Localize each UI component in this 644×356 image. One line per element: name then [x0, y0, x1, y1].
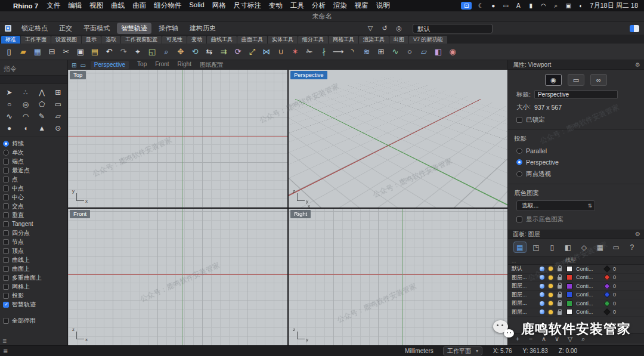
moon-icon[interactable]: ☾: [477, 2, 484, 10]
visibility-icon[interactable]: ◎: [17, 98, 33, 110]
command-input[interactable]: [0, 75, 67, 84]
material-icon[interactable]: [540, 275, 544, 280]
layer-color-swatch[interactable]: [566, 301, 572, 307]
locked-checkbox[interactable]: [516, 117, 522, 123]
osnap-item[interactable]: 多重曲面上: [0, 273, 67, 282]
mode-toggle[interactable]: 智慧轨迹: [117, 23, 151, 34]
cplane-select[interactable]: 工作平面 ▾: [443, 346, 482, 355]
projection-radio[interactable]: [516, 171, 522, 177]
osnap-item[interactable]: 网格上: [0, 282, 67, 291]
copy-object-icon[interactable]: ⇉: [217, 45, 230, 58]
panel-toggle-icon[interactable]: [630, 25, 639, 32]
layer-row[interactable]: 图层... Conti... 0: [508, 282, 644, 291]
scale-icon[interactable]: ⤢: [246, 45, 259, 58]
delete-layer-icon[interactable]: −: [527, 335, 534, 342]
menu-item[interactable]: 曲面: [132, 1, 146, 10]
osnap-checkbox[interactable]: [3, 318, 9, 324]
layer-color-swatch[interactable]: [566, 274, 572, 280]
viewport-pane[interactable]: Right z y: [289, 209, 508, 346]
layers-icon[interactable]: ▤: [514, 242, 526, 252]
osnap-checkbox[interactable]: [3, 212, 9, 218]
layer-linetype[interactable]: Conti...: [575, 292, 600, 298]
osnap-checkbox[interactable]: [3, 257, 9, 263]
display-icon[interactable]: ▭: [610, 242, 622, 252]
osnap-item[interactable]: Tangent: [0, 219, 67, 228]
osnap-checkbox[interactable]: [3, 221, 9, 227]
print-width[interactable]: 0: [613, 266, 616, 272]
material-icon[interactable]: [540, 292, 544, 297]
layer-linetype[interactable]: Conti...: [575, 274, 600, 280]
toolbar-tab[interactable]: 渲染工具: [359, 36, 389, 44]
viewport-tab[interactable]: Perspective: [91, 61, 129, 69]
ground-plane-icon[interactable]: ▦: [594, 242, 606, 252]
osnap-checkbox[interactable]: [3, 302, 9, 308]
pencil-icon[interactable]: ✎: [34, 110, 50, 122]
layer-name[interactable]: 图层...: [508, 291, 538, 299]
menu-item[interactable]: 曲线: [111, 1, 125, 10]
show-wallpaper-checkbox[interactable]: [516, 216, 522, 222]
move-up-icon[interactable]: ∧: [540, 335, 547, 343]
osnap-item[interactable]: 投影: [0, 291, 67, 300]
print-color-icon[interactable]: [603, 283, 610, 289]
viewport-title-badge[interactable]: Right: [290, 210, 311, 218]
menu-item[interactable]: 文件: [47, 1, 60, 10]
osnap-item[interactable]: 全部停用: [0, 316, 67, 325]
viewport-title-badge[interactable]: Top: [70, 71, 86, 79]
toolbar-tab[interactable]: 细分工具: [298, 36, 328, 44]
viewport-title-input[interactable]: Perspective: [534, 90, 618, 99]
materials-icon[interactable]: ◧: [562, 242, 574, 252]
print-color-icon[interactable]: [603, 265, 610, 272]
osnap-checkbox[interactable]: [3, 203, 9, 209]
osnap-item[interactable]: 最近点: [0, 166, 67, 175]
menu-item[interactable]: Solid: [189, 1, 205, 10]
osnap-item[interactable]: 顶点: [0, 246, 67, 255]
offset-icon[interactable]: ≋: [360, 45, 373, 58]
surface-icon[interactable]: ▱: [50, 110, 66, 122]
menu-item[interactable]: 尺寸标注: [234, 1, 261, 10]
osnap-item[interactable]: 端点: [0, 157, 67, 166]
viewport-pane[interactable]: Top y x: [68, 70, 287, 208]
solid-icon[interactable]: ◧: [432, 45, 445, 58]
gear-icon[interactable]: ⚙: [635, 231, 640, 237]
mode-toggle[interactable]: 正交: [55, 23, 76, 34]
layer-linetype[interactable]: Conti...: [575, 266, 600, 272]
layer-on-icon[interactable]: [549, 275, 553, 280]
menu-item[interactable]: 变动: [269, 1, 283, 10]
split-icon[interactable]: ∤: [317, 45, 330, 58]
print-color-icon[interactable]: [603, 274, 610, 281]
polygon-icon[interactable]: ⬠: [34, 98, 50, 110]
copy-icon[interactable]: ▣: [74, 45, 87, 58]
lock-icon[interactable]: [558, 277, 562, 280]
join-icon[interactable]: ∪: [274, 45, 287, 58]
toolbar-tab[interactable]: 网格工具: [329, 36, 358, 44]
rotate-icon[interactable]: ⟳: [231, 45, 244, 58]
gumball-icon[interactable]: ◎: [395, 24, 403, 32]
viewport-tab[interactable]: Right: [178, 61, 191, 69]
layer-name[interactable]: 默认: [508, 265, 538, 273]
print-width[interactable]: 0: [613, 283, 616, 289]
array-icon[interactable]: ⊞: [374, 45, 388, 58]
help-icon[interactable]: ?: [626, 242, 638, 252]
viewport-title-badge[interactable]: Front: [70, 210, 90, 218]
print-width[interactable]: 0: [613, 301, 616, 307]
layer-on-icon[interactable]: [549, 301, 553, 305]
explode-icon[interactable]: ✶: [289, 45, 302, 58]
osnap-checkbox[interactable]: [3, 275, 9, 281]
new-layer-icon[interactable]: +: [514, 335, 521, 342]
layer-color-swatch[interactable]: [566, 283, 572, 289]
menu-item[interactable]: 说明: [376, 1, 390, 10]
osnap-checkbox[interactable]: [3, 194, 9, 200]
osnap-item[interactable]: 曲线上: [0, 255, 67, 264]
toolbar-tab[interactable]: V7 的新功能: [409, 36, 447, 44]
layer-color-swatch[interactable]: [566, 292, 572, 298]
mode-toggle[interactable]: 操作轴: [154, 23, 182, 34]
sphere-icon[interactable]: ●: [1, 122, 17, 134]
mode-toggle[interactable]: 建构历史: [185, 23, 220, 34]
curve-icon[interactable]: ∿: [389, 45, 402, 58]
toolbar-tab[interactable]: 出图: [389, 36, 408, 44]
fillet-icon[interactable]: ◝: [346, 45, 359, 58]
layer-on-icon[interactable]: [549, 293, 553, 297]
osnap-checkbox[interactable]: [3, 141, 9, 147]
toolbar-tab[interactable]: 实体工具: [268, 36, 298, 44]
zoom-extents-icon[interactable]: ◱: [145, 45, 159, 58]
